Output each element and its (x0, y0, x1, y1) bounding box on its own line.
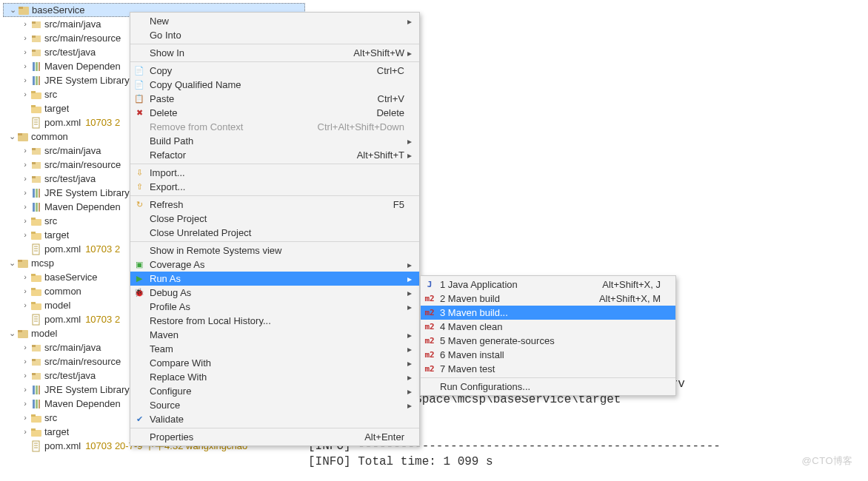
tree-label: src (44, 87, 57, 101)
tree-twisty-icon[interactable]: › (21, 34, 30, 43)
menu-item[interactable]: Close Project (130, 212, 419, 226)
tree-twisty-icon[interactable]: › (21, 147, 30, 155)
tree-twisty-icon[interactable]: › (21, 20, 30, 29)
tree-twisty-icon[interactable]: › (21, 62, 30, 71)
menu-item[interactable]: ⇩Import... (130, 166, 419, 180)
menu-item-label: Debug As (150, 287, 404, 298)
tree-twisty-icon[interactable]: › (21, 189, 30, 198)
menu-item[interactable]: ▣Coverage As▸ (130, 258, 419, 272)
tree-twisty-icon[interactable]: › (21, 273, 30, 282)
menu-item[interactable]: ↻RefreshF5 (130, 198, 419, 212)
tree-twisty-icon[interactable]: › (21, 428, 30, 437)
menu-item-label: Run Configurations... (440, 381, 661, 392)
menu-item-label: Validate (150, 414, 404, 425)
fldr-icon (30, 286, 42, 297)
menu-item[interactable]: New▸ (130, 14, 419, 28)
tree-twisty-icon[interactable]: › (21, 357, 30, 366)
menu-item-shortcut: Ctrl+V (378, 93, 404, 104)
menu-item[interactable]: Compare With▸ (130, 356, 419, 370)
menu-item[interactable]: m22 Maven buildAlt+Shift+X, M (421, 292, 675, 306)
tree-twisty-icon[interactable]: ⌄ (7, 132, 16, 141)
menu-item[interactable]: Replace With▸ (130, 370, 419, 384)
tree-twisty-icon[interactable]: ⌄ (7, 329, 16, 338)
tree-label: src/main/java (44, 17, 101, 31)
menu-item[interactable]: m23 Maven build... (421, 306, 675, 320)
tree-twisty-icon[interactable]: ⌄ (7, 259, 16, 268)
menu-item[interactable]: Source▸ (130, 398, 419, 412)
menu-separator (130, 164, 419, 164)
menu-item[interactable]: Profile As▸ (130, 300, 419, 314)
menu-item[interactable]: 📄CopyCtrl+C (130, 64, 419, 78)
menu-item-label: Source (150, 400, 404, 411)
submenu-arrow-icon: ▸ (404, 372, 412, 383)
tree-twisty-icon[interactable]: › (21, 386, 30, 394)
tree-twisty-icon[interactable]: › (21, 343, 30, 352)
menu-item-label: Compare With (150, 357, 404, 369)
tree-twisty-icon[interactable]: › (21, 203, 30, 212)
menu-item[interactable]: 🐞Debug As▸ (130, 286, 419, 300)
menu-item[interactable]: ▶Run As▸ (130, 272, 419, 286)
menu-item[interactable]: m25 Maven generate-sources (421, 334, 675, 348)
watermark: @CTO博客 (802, 454, 853, 468)
menu-item[interactable]: ✔Validate (130, 412, 419, 426)
menu-item[interactable]: Run Configurations... (421, 380, 675, 394)
menu-item[interactable]: 📄Copy Qualified Name (130, 78, 419, 92)
tree-twisty-icon (21, 104, 30, 113)
menu-item-shortcut: Alt+Enter (364, 431, 404, 443)
tree-label: src/test/java (44, 172, 96, 186)
menu-item[interactable]: Restore from Local History... (130, 314, 419, 328)
tree-twisty-icon[interactable]: › (21, 231, 30, 240)
tree-label: target (44, 425, 69, 439)
menu-item[interactable]: J1 Java ApplicationAlt+Shift+X, J (421, 278, 675, 292)
tree-twisty-icon[interactable]: › (21, 175, 30, 184)
menu-item[interactable]: m26 Maven install (421, 348, 675, 362)
menu-item[interactable]: Maven▸ (130, 328, 419, 342)
tree-label: src/test/java (44, 45, 96, 59)
context-menu[interactable]: New▸Go IntoShow InAlt+Shift+W▸📄CopyCtrl+… (130, 12, 420, 446)
tree-label: baseService (32, 3, 85, 17)
fldr-icon (30, 103, 42, 115)
menu-item[interactable]: Show InAlt+Shift+W▸ (130, 46, 419, 60)
tree-label: pom.xml (44, 242, 81, 256)
tree-twisty-icon[interactable]: › (21, 287, 30, 296)
tree-twisty-icon[interactable]: › (21, 371, 30, 380)
submenu-arrow-icon: ▸ (404, 16, 412, 27)
menu-item[interactable]: ✖DeleteDelete (130, 106, 419, 120)
tree-twisty-icon[interactable]: › (21, 90, 30, 99)
tree-twisty-icon[interactable]: › (21, 161, 30, 169)
lib-icon (30, 384, 42, 396)
tree-label: JRE System Library (44, 186, 130, 200)
export-icon: ⇧ (133, 181, 145, 192)
menu-item[interactable]: PropertiesAlt+Enter (130, 430, 419, 444)
file-icon (30, 314, 42, 326)
menu-item[interactable]: Show in Remote Systems view (130, 243, 419, 258)
tree-twisty-icon[interactable]: › (21, 217, 30, 226)
menu-item[interactable]: 📋PasteCtrl+V (130, 92, 419, 106)
pkg-icon (30, 173, 42, 185)
menu-item[interactable]: Build Path▸ (130, 134, 419, 148)
tree-twisty-icon[interactable]: › (21, 414, 30, 423)
menu-item[interactable]: m27 Maven test (421, 362, 675, 376)
tree-twisty-icon[interactable]: › (21, 76, 30, 85)
menu-item-label: Properties (150, 431, 357, 443)
menu-item[interactable]: ⇧Export... (130, 180, 419, 194)
menu-item[interactable]: Configure▸ (130, 384, 419, 398)
tree-label: pom.xml (44, 439, 81, 453)
tree-twisty-icon[interactable]: › (21, 48, 30, 57)
menu-item[interactable]: Go Into (130, 28, 419, 42)
tree-twisty-icon[interactable]: ⌄ (8, 6, 17, 15)
menu-item[interactable]: Team▸ (130, 342, 419, 356)
tree-twisty-icon (21, 442, 30, 451)
submenu-run-as[interactable]: J1 Java ApplicationAlt+Shift+X, Jm22 Mav… (420, 275, 676, 396)
menu-separator (421, 377, 675, 378)
menu-item-label: Copy Qualified Name (150, 79, 404, 90)
tree-twisty-icon (21, 315, 30, 324)
menu-item-label: Build Path (150, 135, 404, 147)
menu-item[interactable]: Close Unrelated Project (130, 226, 419, 240)
menu-item[interactable]: m24 Maven clean (421, 320, 675, 334)
fldr-icon (30, 300, 42, 312)
menu-item-shortcut: Alt+Shift+T (357, 149, 404, 161)
tree-twisty-icon[interactable]: › (21, 301, 30, 310)
menu-item[interactable]: RefactorAlt+Shift+T▸ (130, 148, 419, 162)
tree-twisty-icon[interactable]: › (21, 400, 30, 408)
